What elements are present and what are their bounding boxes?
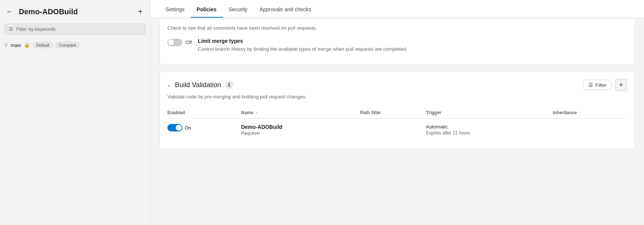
limit-merge-toggle-label: Off xyxy=(185,39,192,45)
limit-merge-title: Limit merge types xyxy=(198,38,627,44)
filter-placeholder-text: Filter by keywords xyxy=(16,26,56,32)
collapse-icon[interactable]: ⌄ xyxy=(167,82,171,88)
table-row: On Demo-ADOBuild Required xyxy=(167,119,627,142)
filter-lines-icon: ☰ xyxy=(9,26,13,32)
table-body: On Demo-ADOBuild Required xyxy=(167,119,627,142)
limit-merge-toggle[interactable] xyxy=(167,39,182,46)
build-validation-table: Enabled Name ↑ Path filter Trigger xyxy=(167,107,627,141)
lock-icon: 🔒 xyxy=(24,42,30,48)
col-path-filter: Path filter xyxy=(360,107,426,119)
name-cell: Demo-ADOBuild Required xyxy=(241,119,360,142)
branch-row[interactable]: ⑂ main 🔒 Default Compare xyxy=(0,39,150,51)
section-header-right: ☰ Filter + xyxy=(583,79,627,91)
branch-name: main xyxy=(11,42,21,48)
filter-button-label: Filter xyxy=(595,82,606,88)
sort-icon: ↑ xyxy=(256,111,258,115)
toggle-circle xyxy=(168,39,174,45)
sidebar: ← Demo-ADOBuild + ☰ Filter by keywords ⑂… xyxy=(0,0,150,225)
plus-icon: + xyxy=(138,8,143,16)
add-build-validation-button[interactable]: + xyxy=(615,79,627,91)
default-tag[interactable]: Default xyxy=(33,42,53,48)
inheritance-cell xyxy=(553,119,627,142)
enabled-cell: On xyxy=(167,119,241,142)
add-icon: + xyxy=(619,81,623,89)
trigger-cell: Automatic Expires after 12 hours xyxy=(426,119,553,142)
comments-policy-card: Check to see that all comments have been… xyxy=(159,18,635,65)
row-name-secondary: Required xyxy=(241,131,355,136)
filter-box[interactable]: ☰ Filter by keywords xyxy=(5,24,146,35)
sidebar-title: Demo-ADOBuild xyxy=(19,8,132,16)
col-inheritance: Inheritance xyxy=(553,107,627,119)
add-pipeline-button[interactable]: + xyxy=(137,6,144,18)
row-toggle[interactable] xyxy=(167,124,182,131)
build-validation-card: ⌄ Build Validation 1 ☰ Filter + Validate… xyxy=(159,71,635,149)
build-validation-title: Build Validation xyxy=(175,81,221,89)
tab-bar: Settings Policies Security Approvals and… xyxy=(150,0,644,18)
tab-security[interactable]: Security xyxy=(223,1,254,18)
limit-merge-policy-info: Limit merge types Control branch history… xyxy=(198,38,627,53)
limit-merge-desc: Control branch history by limiting the a… xyxy=(198,45,627,53)
row-enabled-label: On xyxy=(185,125,191,131)
table-header: Enabled Name ↑ Path filter Trigger xyxy=(167,107,627,119)
tab-settings[interactable]: Settings xyxy=(159,1,191,18)
sidebar-header: ← Demo-ADOBuild + xyxy=(0,0,150,24)
back-button[interactable]: ← xyxy=(5,6,14,17)
section-header-left: ⌄ Build Validation 1 xyxy=(167,81,233,89)
limit-merge-policy-row: Off Limit merge types Control branch his… xyxy=(167,38,627,53)
tab-approvals[interactable]: Approvals and checks xyxy=(254,1,317,18)
toggle-circle xyxy=(176,125,182,131)
col-trigger: Trigger xyxy=(426,107,553,119)
back-icon: ← xyxy=(6,8,13,16)
row-name-primary: Demo-ADOBuild xyxy=(241,124,355,130)
compare-tag[interactable]: Compare xyxy=(56,42,79,48)
col-enabled: Enabled xyxy=(167,107,241,119)
build-validation-desc: Validate code by pre-merging and buildin… xyxy=(167,94,627,100)
filter-icon: ☰ xyxy=(588,82,593,88)
main-content: Settings Policies Security Approvals and… xyxy=(150,0,644,225)
row-trigger-secondary: Expires after 12 hours xyxy=(426,130,548,136)
branch-icon: ⑂ xyxy=(5,42,8,48)
limit-merge-toggle-container[interactable]: Off xyxy=(167,39,192,46)
build-validation-header: ⌄ Build Validation 1 ☰ Filter + xyxy=(167,79,627,91)
filter-button[interactable]: ☰ Filter xyxy=(583,80,612,90)
tab-policies[interactable]: Policies xyxy=(191,1,223,18)
comments-policy-desc: Check to see that all comments have been… xyxy=(167,25,317,31)
build-validation-count-badge: 1 xyxy=(225,81,233,89)
row-trigger-primary: Automatic xyxy=(426,124,548,130)
content-area: Check to see that all comments have been… xyxy=(150,18,644,225)
col-name[interactable]: Name ↑ xyxy=(241,107,360,119)
path-filter-cell xyxy=(360,119,426,142)
